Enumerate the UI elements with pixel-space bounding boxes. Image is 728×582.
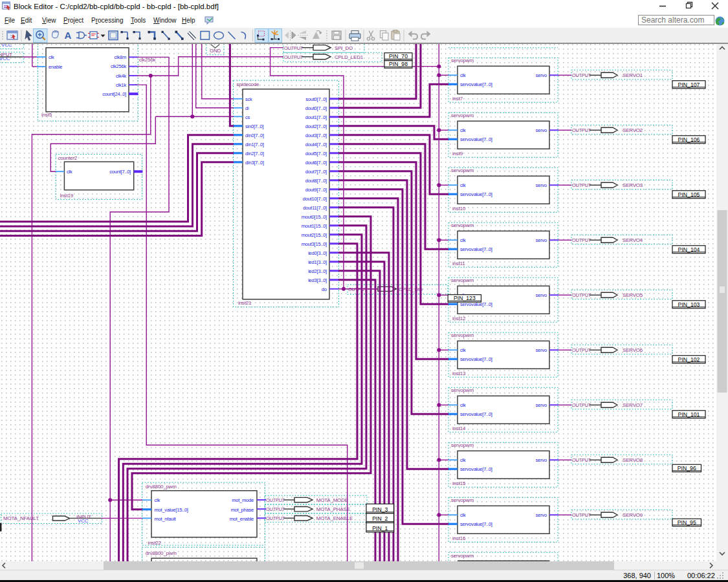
svg-text:OUTPUT: OUTPUT (572, 127, 591, 133)
svg-text:dout5[7..0]: dout5[7..0] (305, 150, 327, 156)
svg-text:count[7..0]: count[7..0] (109, 169, 131, 175)
svg-text:servo: servo (536, 457, 547, 463)
svg-text:led1[3..0]: led1[3..0] (308, 259, 327, 264)
svg-text:servo: servo (536, 512, 547, 518)
svg-text:mout1[15..0]: mout1[15..0] (302, 222, 327, 228)
svg-text:PIN_103: PIN_103 (678, 301, 700, 307)
svg-text:sout0[7..0]: sout0[7..0] (305, 96, 327, 102)
svg-text:inst19: inst19 (60, 192, 74, 198)
svg-text:SERVO7: SERVO7 (623, 402, 643, 408)
svg-text:clk: clk (67, 169, 72, 175)
svg-text:inst13: inst13 (452, 371, 466, 376)
svg-text:inst15: inst15 (452, 480, 466, 486)
svg-text:inst16: inst16 (452, 535, 466, 541)
svg-text:servovalue[7..0]: servovalue[7..0] (460, 411, 492, 417)
svg-text:inst11: inst11 (452, 261, 465, 266)
svg-text:inst9: inst9 (452, 151, 463, 156)
svg-text:PIN_1: PIN_1 (372, 524, 388, 531)
svg-text:clk256k: clk256k (139, 57, 157, 63)
svg-text:din0[7..0]: din0[7..0] (245, 132, 264, 138)
svg-text:clk: clk (460, 457, 466, 463)
svg-text:clk: clk (460, 512, 466, 518)
svg-text:servovalue[7..0]: servovalue[7..0] (460, 521, 492, 527)
svg-text:SERVO4: SERVO4 (623, 237, 643, 243)
svg-text:inst5: inst5 (41, 112, 52, 118)
svg-text:enable: enable (49, 63, 62, 69)
svg-text:OUTPUT: OUTPUT (572, 512, 591, 518)
svg-text:servovalue[7..0]: servovalue[7..0] (460, 81, 492, 87)
svg-text:PIN_123: PIN_123 (454, 295, 476, 301)
svg-text:count[24..0]: count[24..0] (102, 91, 126, 96)
svg-text:PIN_2: PIN_2 (372, 515, 388, 522)
svg-text:OUTPUT: OUTPUT (266, 506, 285, 512)
svg-text:servopwm: servopwm (451, 222, 474, 228)
svg-text:PIN_105: PIN_105 (678, 191, 700, 197)
svg-text:dout3[7..0]: dout3[7..0] (305, 132, 327, 138)
svg-text:PIN_3: PIN_3 (372, 506, 388, 512)
svg-text:servo: servo (536, 347, 547, 353)
svg-text:SERVO8: SERVO8 (623, 457, 643, 463)
svg-text:mot_value[15..0]: mot_value[15..0] (155, 506, 188, 512)
svg-text:MOTA_NFAULT: MOTA_NFAULT (3, 515, 39, 521)
svg-text:OUTPUT: OUTPUT (284, 54, 303, 59)
svg-text:SERVO3: SERVO3 (623, 182, 643, 188)
svg-text:servo: servo (536, 72, 547, 78)
svg-text:inst22: inst22 (148, 539, 162, 545)
svg-text:din3[7..0]: din3[7..0] (245, 159, 264, 165)
svg-text:servo: servo (536, 237, 547, 243)
svg-text:OUTPUT: OUTPUT (572, 292, 591, 298)
svg-text:OUTPUT: OUTPUT (572, 237, 591, 243)
svg-text:inst7: inst7 (452, 96, 463, 102)
svg-text:servopwm: servopwm (451, 442, 474, 448)
svg-text:drv8800_pwm: drv8800_pwm (146, 550, 177, 556)
svg-text:dout8[7..0]: dout8[7..0] (305, 177, 327, 183)
svg-text:A: A (65, 30, 72, 41)
svg-text:OUTPUT: OUTPUT (572, 457, 591, 463)
svg-text:spidecode: spidecode (237, 81, 259, 87)
svg-text:dout10[7..0]: dout10[7..0] (303, 195, 327, 201)
svg-text:VCC: VCC (78, 518, 89, 524)
svg-text:inst21: inst21 (238, 300, 252, 306)
svg-text:servo: servo (536, 182, 547, 188)
svg-text:servopwm: servopwm (451, 387, 474, 393)
svg-text:servo: servo (536, 292, 547, 298)
svg-text:clk4k: clk4k (116, 72, 127, 78)
svg-text:cs: cs (245, 114, 250, 120)
svg-text:servovalue[7..0]: servovalue[7..0] (460, 246, 492, 252)
svg-text:led0[3..0]: led0[3..0] (308, 250, 327, 255)
svg-text:mout3[15..0]: mout3[15..0] (302, 241, 327, 246)
svg-text:inst10: inst10 (452, 206, 466, 211)
svg-text:din1[7..0]: din1[7..0] (245, 141, 264, 147)
svg-text:clk: clk (460, 237, 466, 243)
svg-text:inst14: inst14 (452, 426, 466, 431)
svg-text:OUTPUT: OUTPUT (572, 182, 591, 188)
svg-text:OUTPUT: OUTPUT (572, 72, 591, 78)
svg-text:servopwm: servopwm (451, 113, 474, 118)
svg-text:SERVO1: SERVO1 (623, 72, 643, 78)
svg-text:OUTPUT: OUTPUT (284, 45, 303, 50)
svg-text:PIN_95: PIN_95 (678, 519, 696, 525)
svg-text:drv8800_pwm: drv8800_pwm (146, 484, 177, 490)
svg-text:inst12: inst12 (452, 316, 466, 321)
svg-text:PIN_104: PIN_104 (678, 246, 700, 252)
svg-text:dout4[7..0]: dout4[7..0] (305, 141, 327, 147)
svg-text:SPI_DO: SPI_DO (335, 45, 353, 50)
svg-text:SERVO9: SERVO9 (623, 512, 643, 518)
svg-text:PIN_102: PIN_102 (678, 356, 700, 362)
svg-text:din2[7..0]: din2[7..0] (245, 150, 264, 156)
svg-text:servo: servo (536, 127, 547, 133)
svg-text:servopwm: servopwm (451, 167, 474, 173)
svg-text:di: di (245, 105, 249, 111)
svg-text:dout1[7..0]: dout1[7..0] (305, 114, 327, 120)
svg-text:PIN_106: PIN_106 (678, 136, 700, 142)
svg-text:led2[3..0]: led2[3..0] (308, 268, 327, 274)
svg-text:PIN_98: PIN_98 (389, 61, 408, 67)
svg-text:mot_nfault: mot_nfault (155, 515, 177, 521)
svg-text:dout0[7..0]: dout0[7..0] (305, 105, 327, 111)
svg-text:dout9[7..0]: dout9[7..0] (305, 186, 327, 192)
svg-text:clk1k: clk1k (116, 81, 127, 87)
svg-text:OUTPUT: OUTPUT (572, 402, 591, 408)
svg-text:mot_phase: mot_phase (231, 506, 254, 512)
svg-text:mot_mode: mot_mode (232, 497, 254, 503)
svg-text:dout6[7..0]: dout6[7..0] (305, 159, 327, 165)
